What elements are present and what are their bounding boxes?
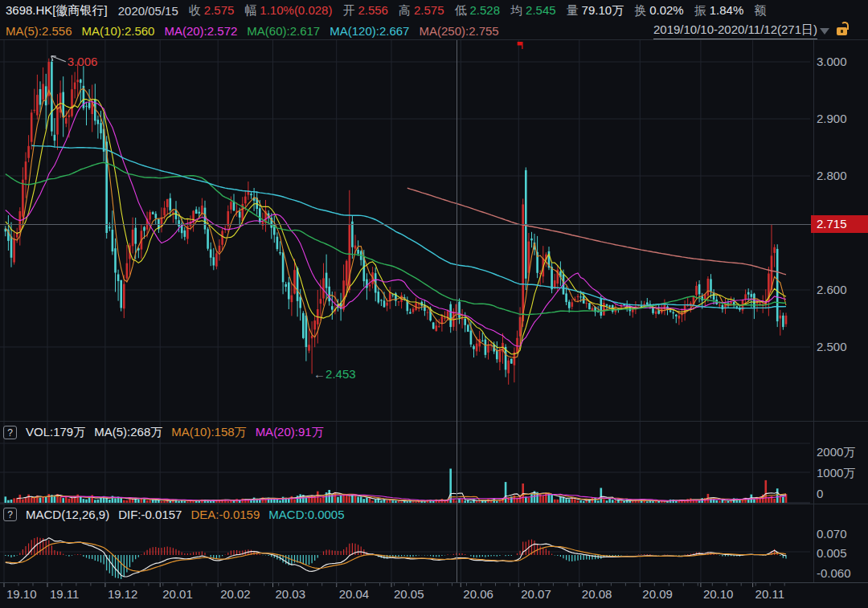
- axis-label: 2.600: [817, 283, 847, 297]
- price-pane-canvas[interactable]: 3.006←2.453: [0, 40, 868, 422]
- xaxis-month-label: 20.07: [521, 587, 551, 601]
- svg-text:←: ←: [313, 367, 326, 381]
- quote-stat: 收2.575: [189, 3, 235, 18]
- axis-label: 1000万: [817, 466, 855, 480]
- quote-stat: 量79.10万: [567, 3, 624, 18]
- ma-value-label: MA(250):2.755: [419, 24, 498, 38]
- macd-indicator-label: DEA:-0.0159: [190, 508, 260, 521]
- chevron-down-icon[interactable]: [820, 28, 829, 35]
- ma-values-row: MA(5):2.556MA(10):2.560MA(20):2.572MA(60…: [6, 24, 499, 38]
- macd-pane-header: ? MACD(12,26,9)DIF:-0.0157DEA:-0.0159MAC…: [3, 508, 345, 521]
- xaxis-month-label: 19.11: [50, 587, 79, 601]
- xaxis-month-label: 20.10: [703, 587, 734, 601]
- xaxis-month-label: 20.03: [276, 587, 306, 601]
- volume-indicator-label: MA(5):268万: [94, 425, 162, 440]
- xaxis-month-label: 20.02: [220, 587, 251, 601]
- axis-label: -0.060: [817, 566, 851, 581]
- quote-stat: 振1.84%: [694, 3, 744, 18]
- volume-indicator-label: VOL:179万: [26, 425, 85, 440]
- xaxis-month-label: 20.01: [162, 587, 193, 601]
- date-range-text[interactable]: 2019/10/10-2020/11/12(271日): [653, 22, 817, 39]
- xaxis-month-label: 20.06: [463, 587, 493, 601]
- axis-label: 0: [817, 487, 823, 501]
- ma-value-label: MA(120):2.667: [330, 24, 409, 38]
- svg-text:2.453: 2.453: [326, 367, 356, 381]
- header-row-quote: 3698.HK[徽商银行] 2020/05/15 收2.575幅1.10%(0.…: [0, 0, 868, 22]
- xaxis-month-label: 19.10: [6, 587, 37, 601]
- quote-stat: 幅1.10%(0.028): [244, 3, 332, 18]
- unlock-icon[interactable]: [837, 27, 847, 35]
- macd-indicator-label: MACD(12,26,9): [26, 508, 109, 521]
- ma-value-label: MA(20):2.572: [164, 24, 237, 38]
- quote-stat: 开2.556: [342, 3, 388, 18]
- axis-label: 2.500: [817, 340, 847, 354]
- xaxis-month-label: 20.09: [642, 587, 673, 601]
- quote-date: 2020/05/15: [118, 4, 178, 18]
- axis-label: 3.000: [817, 55, 847, 69]
- crosshair-horizontal-line: [0, 224, 811, 225]
- quote-stat: 额: [754, 3, 769, 18]
- macd-indicator-label: DIF:-0.0157: [118, 508, 182, 521]
- ma-value-label: MA(5):2.556: [6, 24, 72, 38]
- xaxis-month-label: 20.08: [582, 587, 612, 601]
- latest-price-badge: 2.715: [811, 215, 868, 233]
- pane-separator: [0, 39, 868, 40]
- header-row-ma: MA(5):2.556MA(10):2.560MA(20):2.572MA(60…: [0, 22, 868, 40]
- volume-pane-header: ? VOL:179万MA(5):268万MA(10):158万MA(20):91…: [3, 425, 324, 440]
- quote-stat: 低2.528: [455, 3, 501, 18]
- axis-label: 2.800: [817, 169, 847, 183]
- right-axis-border: [813, 40, 814, 582]
- symbol-title: 3698.HK[徽商银行]: [6, 3, 108, 18]
- stock-chart-app: 3698.HK[徽商银行] 2020/05/15 收2.575幅1.10%(0.…: [0, 0, 868, 608]
- volume-indicator-label: MA(10):158万: [171, 425, 246, 440]
- crosshair-vertical-line: [457, 40, 457, 582]
- axis-label: 2000万: [817, 445, 855, 459]
- help-icon[interactable]: ?: [3, 508, 17, 521]
- quote-stat: 换0.02%: [634, 3, 684, 18]
- pane-separator: [0, 421, 868, 422]
- svg-text:3.006: 3.006: [68, 55, 98, 68]
- ma-value-label: MA(10):2.560: [82, 24, 155, 38]
- macd-indicator-label: MACD:0.0005: [268, 508, 344, 521]
- xaxis-border: [0, 582, 868, 583]
- xaxis-month-label: 20.04: [339, 587, 370, 601]
- help-icon[interactable]: ?: [3, 426, 17, 439]
- ma-value-label: MA(60):2.617: [247, 24, 320, 38]
- quote-stat: 均2.545: [510, 3, 556, 18]
- xaxis-month-label: 19.12: [108, 587, 138, 601]
- axis-label: 2.900: [817, 112, 847, 126]
- axis-label: 0.070: [817, 527, 847, 541]
- quote-stat: 高2.575: [399, 3, 444, 18]
- quote-stats: 收2.575幅1.10%(0.028)开2.556高2.575低2.528均2.…: [189, 3, 769, 18]
- date-range-selector[interactable]: 2019/10/10-2020/11/12(271日): [653, 22, 847, 39]
- axis-label: 0.005: [817, 546, 847, 561]
- volume-indicator-label: MA(20):91万: [256, 425, 324, 440]
- xaxis-month-label: 20.11: [755, 587, 784, 601]
- pane-separator: [0, 504, 868, 504]
- xaxis-month-label: 20.05: [394, 587, 424, 601]
